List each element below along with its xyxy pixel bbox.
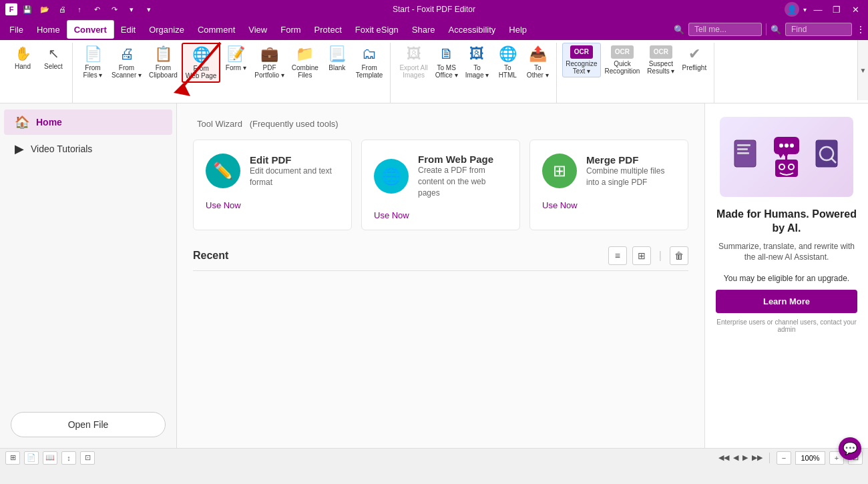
merge-pdf-use-now[interactable]: Use Now [542, 200, 676, 210]
merge-pdf-card[interactable]: ⊞ Merge PDF Combine multiple files into … [529, 140, 688, 230]
qa-more[interactable]: ▾ [142, 2, 156, 17]
menu-share[interactable]: Share [405, 20, 442, 39]
blank-button[interactable]: 📃 Blank [322, 43, 352, 74]
zoom-out-button[interactable]: − [777, 451, 791, 465]
nav-prev[interactable]: ◀ [733, 453, 738, 462]
qa-redo[interactable]: ↷ [107, 2, 122, 17]
user-dropdown-icon[interactable]: ▾ [803, 6, 807, 13]
ai-panel-description: Summarize, translate, and rewrite with t… [716, 241, 857, 264]
to-other-button[interactable]: 📤 ToOther ▾ [523, 43, 552, 81]
recent-title: Recent [193, 250, 608, 262]
menu-view[interactable]: View [242, 20, 274, 39]
sidebar-item-video-tutorials[interactable]: ▶ Video Tutorials [4, 136, 172, 162]
from-web-page-button[interactable]: 🌐 FromWeb Page [182, 43, 221, 83]
qa-customize[interactable]: ▾ [124, 2, 139, 17]
suspect-results-button[interactable]: OCR SuspectResults ▾ [644, 43, 678, 77]
status-bar: ⊞ 📄 📖 ↕ ⊡ ◀◀ ◀ ▶ ▶▶ − + ⊡ [0, 448, 868, 467]
search-icon: 🔍 [674, 25, 684, 35]
menu-comment[interactable]: Comment [191, 20, 242, 39]
scroll-button[interactable]: ↕ [61, 451, 76, 465]
qa-save[interactable]: 💾 [20, 2, 35, 17]
tell-me-input[interactable] [688, 23, 762, 36]
from-clipboard-button[interactable]: 📋 FromClipboard [146, 43, 181, 81]
svg-point-13 [789, 165, 793, 169]
qa-undo[interactable]: ↶ [89, 2, 104, 17]
user-icon[interactable]: 👤 [785, 2, 799, 17]
menu-accessibility[interactable]: Accessibility [442, 20, 503, 39]
find-input[interactable] [785, 23, 852, 36]
menu-foxit-esign[interactable]: Foxit eSign [349, 20, 405, 39]
zoom-input[interactable] [795, 451, 825, 465]
export-all-images-button[interactable]: 🖼 Export AllImages [396, 43, 431, 81]
recent-section: Recent ≡ ⊞ | 🗑 [193, 246, 688, 304]
edit-pdf-desc: Edit document and text format [250, 166, 339, 188]
menu-organize[interactable]: Organize [142, 20, 191, 39]
svg-point-15 [784, 152, 788, 156]
actions-separator: | [659, 250, 662, 262]
from-template-button[interactable]: 🗂 FromTemplate [353, 43, 387, 81]
grid-view-button[interactable]: ⊞ [632, 246, 651, 265]
menu-file[interactable]: File [3, 20, 30, 39]
ai-panel: Made for Humans. Powered by AI. Summariz… [704, 103, 868, 448]
list-view-button[interactable]: ≡ [608, 246, 627, 265]
from-web-page-use-now[interactable]: Use Now [374, 210, 507, 220]
menu-help[interactable]: Help [502, 20, 533, 39]
learn-more-button[interactable]: Learn More [716, 290, 857, 313]
menu-convert[interactable]: Convert [67, 20, 114, 39]
recent-empty [193, 278, 688, 304]
nav-next[interactable]: ▶ [742, 453, 748, 462]
title-bar: F 💾 📂 🖨 ↑ ↶ ↷ ▾ ▾ Start - Foxit PDF Edit… [0, 0, 868, 19]
merge-pdf-desc: Combine multiple files into a single PDF [586, 166, 676, 188]
hand-tool-button[interactable]: ✋ Hand [8, 43, 37, 73]
ai-enterprise-text: Enterprise users or channel users, conta… [716, 318, 857, 333]
select-tool-button[interactable]: ↖ Select [39, 43, 68, 73]
two-page-button[interactable]: 📖 [43, 451, 57, 465]
from-files-button[interactable]: 📄 FromFiles ▾ [78, 43, 107, 81]
svg-point-12 [780, 165, 784, 169]
svg-point-7 [790, 144, 794, 148]
menu-form[interactable]: Form [274, 20, 307, 39]
split-button[interactable]: ⊡ [80, 451, 95, 465]
menu-protect[interactable]: Protect [308, 20, 349, 39]
search-doc-icon [811, 139, 841, 176]
single-page-button[interactable]: 📄 [24, 451, 39, 465]
delete-recent-button[interactable]: 🗑 [670, 246, 688, 265]
to-html-button[interactable]: 🌐 ToHTML [493, 43, 522, 81]
minimize-button[interactable]: — [811, 2, 825, 17]
qa-open[interactable]: 📂 [37, 2, 52, 17]
recognize-text-button[interactable]: OCR RecognizeText ▾ [562, 43, 600, 77]
close-button[interactable]: ✕ [848, 2, 863, 17]
combine-files-button[interactable]: 📁 CombineFiles [288, 43, 322, 81]
from-scanner-button[interactable]: 🖨 FromScanner ▾ [108, 43, 145, 81]
doc-chat-icon [733, 139, 763, 176]
sidebar-item-home[interactable]: 🏠 Home [4, 109, 172, 135]
menu-edit[interactable]: Edit [114, 20, 142, 39]
form-button[interactable]: 📝 Form ▾ [221, 43, 250, 74]
edit-pdf-card[interactable]: ✏️ Edit PDF Edit document and text forma… [193, 140, 352, 230]
menu-home[interactable]: Home [30, 20, 67, 39]
tool-cards: ✏️ Edit PDF Edit document and text forma… [193, 140, 688, 230]
edit-pdf-use-now[interactable]: Use Now [206, 200, 339, 210]
qa-print[interactable]: 🖨 [55, 2, 69, 17]
quick-recognition-button[interactable]: OCR QuickRecognition [602, 43, 644, 77]
chat-button[interactable]: 💬 [839, 437, 861, 460]
tool-wizard-section: Tool Wizard (Frequently used tools) ✏️ E… [193, 117, 688, 230]
from-web-page-card[interactable]: 🌐 From Web Page Create a PDF from conten… [361, 140, 520, 230]
more-options-icon[interactable]: ⋮ [856, 24, 865, 35]
edit-pdf-name: Edit PDF [250, 154, 339, 166]
qa-share[interactable]: ↑ [72, 2, 87, 17]
nav-last[interactable]: ▶▶ [752, 453, 763, 462]
preflight-button[interactable]: ✔ Preflight [678, 43, 710, 74]
pdf-portfolio-button[interactable]: 💼 PDFPortfolio ▾ [251, 43, 287, 81]
merge-pdf-name: Merge PDF [586, 154, 676, 166]
svg-point-5 [779, 144, 783, 148]
maximize-button[interactable]: ❐ [829, 2, 844, 17]
open-file-button[interactable]: Open File [11, 412, 166, 437]
to-image-button[interactable]: 🖼 ToImage ▾ [462, 43, 493, 81]
svg-point-6 [785, 144, 789, 148]
ribbon-scroll-right[interactable]: ▼ [857, 40, 868, 100]
page-layout-button[interactable]: ⊞ [5, 451, 20, 465]
to-ms-office-button[interactable]: 🗎 To MSOffice ▾ [432, 43, 461, 81]
nav-first[interactable]: ◀◀ [718, 453, 729, 462]
tool-wizard-title: Tool Wizard (Frequently used tools) [193, 117, 688, 130]
